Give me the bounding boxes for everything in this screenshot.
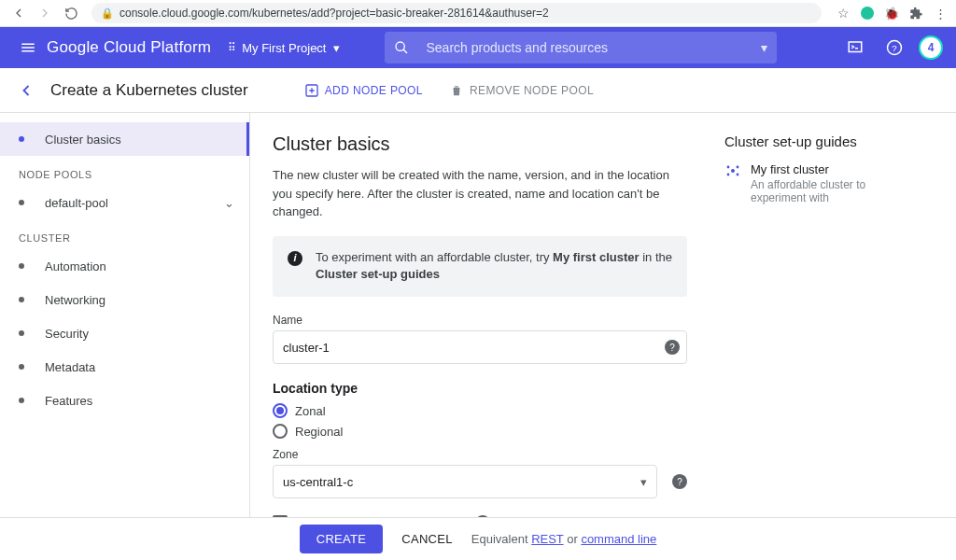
global-search-input[interactable]: Search products and resources ▾ (385, 32, 777, 63)
info-text-pre: To experiment with an affordable cluster… (316, 250, 553, 264)
guides-heading: Cluster set-up guides (724, 133, 920, 149)
browser-forward-button[interactable] (32, 2, 58, 24)
sidebar-item-default-pool[interactable]: default-pool ⌄ (0, 186, 249, 219)
browser-back-button[interactable] (6, 2, 32, 24)
main-content: Cluster basics The new cluster will be c… (250, 113, 956, 517)
info-text-bold1: My first cluster (553, 250, 639, 264)
remove-node-pool-button[interactable]: REMOVE NODE POOL (449, 83, 594, 98)
form-heading: Cluster basics (273, 133, 687, 155)
equivalent-links: Equivalent REST or command line (471, 532, 657, 546)
search-dropdown-icon: ▾ (761, 40, 767, 55)
cluster-name-input[interactable] (273, 330, 687, 364)
info-callout: i To experiment with an affordable clust… (273, 236, 687, 298)
browser-menu-icon[interactable]: ⋮ (930, 3, 950, 23)
sidebar-item-label: Automation (45, 259, 106, 273)
search-icon (394, 40, 409, 55)
browser-reload-button[interactable] (58, 2, 84, 24)
specify-default-label: Specify default node locations (297, 516, 458, 517)
project-selector[interactable]: ⠿ My First Project ▾ (220, 37, 347, 59)
zone-select[interactable]: us-central1-c ▾ (273, 465, 657, 498)
help-icon[interactable]: ? (475, 515, 490, 517)
rest-link[interactable]: REST (531, 532, 563, 546)
equiv-or: or (564, 532, 582, 546)
chevron-down-icon: ▾ (640, 475, 647, 489)
sidebar-item-label: Networking (45, 293, 105, 307)
nav-menu-button[interactable] (13, 33, 43, 63)
name-input-wrap: ? (273, 330, 687, 364)
info-text-bold2: Cluster set-up guides (316, 267, 440, 281)
gcp-top-bar: Google Cloud Platform ⠿ My First Project… (0, 27, 956, 68)
sidebar-item-label: Features (45, 394, 92, 408)
sidebar-item-metadata[interactable]: Metadata (0, 350, 249, 384)
search-placeholder-text: Search products and resources (426, 40, 608, 55)
help-icon[interactable]: ? (665, 340, 680, 355)
svg-point-4 (731, 169, 735, 173)
sidebar-group-node-pools: NODE POOLS (0, 156, 249, 186)
extensions-puzzle-icon[interactable] (906, 3, 926, 23)
svg-point-0 (396, 42, 404, 50)
specify-default-checkbox[interactable] (273, 515, 288, 517)
sidebar-item-cluster-basics[interactable]: Cluster basics (0, 122, 249, 156)
chevron-down-icon: ⌄ (224, 196, 234, 210)
bullet-icon (19, 200, 24, 205)
zone-select-value: us-central1-c (283, 475, 353, 489)
svg-point-6 (737, 166, 739, 169)
account-avatar[interactable]: 4 (919, 35, 943, 60)
avatar-number: 4 (928, 41, 935, 54)
main-layout: Cluster basics NODE POOLS default-pool ⌄… (0, 113, 956, 517)
location-zonal-radio[interactable]: Zonal (273, 403, 687, 418)
sidebar-item-automation[interactable]: Automation (0, 249, 249, 283)
setup-guides-panel: Cluster set-up guides My first cluster A… (708, 113, 936, 517)
sidebar-item-security[interactable]: Security (0, 316, 249, 350)
browser-url-bar[interactable]: 🔒 console.cloud.google.com/kubernetes/ad… (91, 3, 822, 23)
browser-chrome-bar: 🔒 console.cloud.google.com/kubernetes/ad… (0, 0, 956, 27)
specify-default-locations-row: Specify default node locations ? (273, 515, 687, 517)
guide-my-first-cluster[interactable]: My first cluster An affordable cluster t… (724, 162, 920, 204)
command-line-link[interactable]: command line (581, 532, 656, 546)
location-type-heading: Location type (273, 381, 687, 396)
cloud-shell-button[interactable] (840, 33, 870, 63)
bookmark-star-icon[interactable]: ☆ (833, 3, 853, 23)
sidebar-item-networking[interactable]: Networking (0, 283, 249, 316)
project-name-label: My First Project (242, 41, 326, 55)
back-arrow-button[interactable] (17, 81, 35, 100)
create-button[interactable]: CREATE (300, 525, 384, 553)
zone-select-wrap: us-central1-c ▾ ? (273, 465, 687, 498)
svg-point-5 (727, 166, 730, 169)
equiv-pre: Equivalent (471, 532, 531, 546)
help-button[interactable]: ? (879, 33, 909, 63)
plus-box-icon (304, 83, 319, 98)
zone-field-label: Zone (273, 448, 687, 461)
add-node-pool-button[interactable]: ADD NODE POOL (304, 83, 423, 98)
radio-icon (273, 424, 288, 439)
sidebar-group-cluster: CLUSTER (0, 219, 249, 249)
sidebar-nav: Cluster basics NODE POOLS default-pool ⌄… (0, 113, 250, 517)
sidebar-item-features[interactable]: Features (0, 384, 249, 417)
form-description: The new cluster will be created with the… (273, 166, 687, 221)
secondary-toolbar: Create a Kubernetes cluster ADD NODE POO… (0, 68, 956, 113)
svg-point-7 (727, 174, 730, 176)
radio-label: Zonal (295, 404, 326, 418)
project-dots-icon: ⠿ (228, 41, 236, 54)
bullet-icon (19, 398, 24, 403)
cancel-button[interactable]: CANCEL (401, 532, 453, 546)
form-footer: CREATE CANCEL Equivalent REST or command… (0, 517, 956, 560)
help-icon[interactable]: ? (672, 474, 687, 489)
bullet-icon (19, 330, 24, 336)
svg-text:?: ? (892, 43, 897, 53)
sidebar-item-label: Cluster basics (45, 133, 121, 147)
sidebar-item-label: Metadata (45, 360, 95, 374)
remove-node-pool-label: REMOVE NODE POOL (470, 84, 594, 97)
chevron-down-icon: ▾ (333, 41, 340, 55)
extension-bug-icon[interactable]: 🐞 (881, 3, 902, 23)
svg-point-8 (737, 174, 739, 176)
location-regional-radio[interactable]: Regional (273, 424, 687, 439)
guide-item-subtitle: An affordable cluster to experiment with (751, 178, 920, 204)
gcp-brand-label: Google Cloud Platform (47, 38, 211, 57)
name-field-label: Name (273, 314, 687, 327)
page-title: Create a Kubernetes cluster (50, 81, 248, 100)
bullet-icon (19, 263, 24, 269)
form-column: Cluster basics The new cluster will be c… (250, 113, 708, 517)
sidebar-item-label: default-pool (45, 196, 108, 210)
extension-green-icon[interactable] (857, 3, 878, 23)
